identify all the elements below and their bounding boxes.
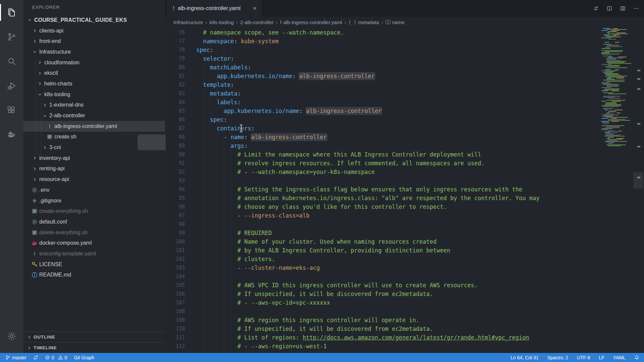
code-line-93[interactable]: 93 — [165, 176, 644, 185]
breadcrumb-item-infrastructure[interactable]: Infrastructure — [173, 19, 203, 25]
code-line-89[interactable]: 89 args: — [165, 141, 644, 150]
code-line-90[interactable]: 90 # Limit the namespace where this ALB … — [165, 150, 644, 159]
breadcrumb-item-k8s-tooling[interactable]: k8s-tooling — [209, 19, 234, 25]
code-line-79[interactable]: 79 selector: — [165, 54, 644, 63]
status-eol[interactable]: LF — [599, 355, 604, 360]
code-line-86[interactable]: 86 spec: — [165, 115, 644, 124]
sidebar-panel-timeline[interactable]: TIMELINE — [23, 342, 165, 353]
tree-file-alb-ingress-controller-yaml[interactable]: !alb-ingress-controller.yaml — [23, 121, 165, 132]
code-line-84[interactable]: 84 labels: — [165, 98, 644, 107]
minimap-line — [601, 38, 611, 38]
tree-folder-2-alb-controller[interactable]: 2-alb-controller — [23, 110, 165, 121]
status-git-graph[interactable]: Git Graph — [74, 355, 94, 360]
tree-file-create-everything-sh[interactable]: create-everything.sh — [23, 206, 165, 217]
activity-item-extensions[interactable] — [0, 98, 23, 122]
status-branch[interactable]: master — [5, 355, 26, 360]
code-line-105[interactable]: 105 # AWS VPC ID this ingress controller… — [165, 281, 644, 290]
tree-folder-front-end[interactable]: front-end — [23, 36, 165, 47]
open-changes-icon[interactable] — [593, 5, 599, 11]
code-line-91[interactable]: 91 # resolve ingress resources. If left … — [165, 159, 644, 168]
code-line-106[interactable]: 106 # If unspecified, it will be discove… — [165, 290, 644, 298]
chevron-right-icon — [26, 335, 32, 340]
tab-alb-ingress-controller[interactable]: ! alb-ingress-controller.yaml × — [167, 0, 262, 17]
code-line-98[interactable]: 98 — [165, 220, 644, 229]
status-notifications[interactable] — [634, 355, 639, 360]
tree-folder-eksctl[interactable]: eksctl — [23, 68, 165, 78]
files-icon — [7, 7, 17, 17]
code-line-97[interactable]: 97 - --ingress-class=alb — [165, 211, 644, 220]
tree-file--gitignore[interactable]: .gitignore — [23, 195, 165, 206]
code-line-95[interactable]: 95 # annotation kubernetes.io/ingress.cl… — [165, 194, 644, 202]
code-line-96[interactable]: 96 # choose any class you'd like for thi… — [165, 202, 644, 211]
code-editor[interactable]: 76 # namespace scope, see --watch-namesp… — [165, 27, 644, 353]
code-line-112[interactable]: 112 # - --aws-region=us-west-1 — [165, 342, 644, 351]
activity-item-source-control[interactable] — [0, 24, 23, 49]
breadcrumb-item-alb-ingress-controller-yaml[interactable]: !alb-ingress-controller.yaml — [280, 19, 342, 25]
code-line-103[interactable]: 103 - --cluster-name=eks-acg — [165, 263, 644, 272]
status-sync[interactable] — [33, 355, 38, 360]
tree-folder-cloudformation[interactable]: cloudformation — [23, 57, 165, 68]
editor-scrollbar[interactable] — [633, 172, 643, 188]
tree-file-eniconfig-template-yaml[interactable]: !eniconfig-template.yaml — [23, 248, 165, 259]
tree-file--env[interactable]: .env — [23, 185, 165, 195]
tree-folder-inventory-api[interactable]: inventory-api — [23, 153, 165, 164]
code-line-109[interactable]: 109 # AWS region this ingress controller… — [165, 316, 644, 324]
code-line-100[interactable]: 100 # Name of your cluster. Used when na… — [165, 237, 644, 246]
activity-item-run-debug[interactable] — [0, 73, 23, 98]
code-line-108[interactable]: 108 — [165, 307, 644, 316]
code-line-101[interactable]: 101 # by the ALB Ingress Controller, pro… — [165, 246, 644, 255]
code-line-94[interactable]: 94 # Setting the ingress-class flag belo… — [165, 185, 644, 194]
status-problems[interactable]: 00 — [45, 355, 67, 360]
breadcrumb-item-2-alb-controller[interactable]: 2-alb-controller — [240, 19, 274, 25]
activity-item-explorer[interactable] — [0, 0, 23, 24]
tree-folder-renting-api[interactable]: renting-api — [23, 164, 165, 174]
code-line-102[interactable]: 102 # clusters. — [165, 255, 644, 263]
tree-folder-course-practical-guide-eks[interactable]: COURSE_PRACTICAL_GUIDE_EKS — [23, 15, 165, 25]
line-number: 93 — [165, 176, 185, 185]
tree-folder-helm-charts[interactable]: helm-charts — [23, 78, 165, 89]
code-line-77[interactable]: 77 namespace: kube-system — [165, 37, 644, 46]
tree-file-readme-md[interactable]: README.md — [23, 270, 165, 281]
code-line-76[interactable]: 76 # namespace scope, see --watch-namesp… — [165, 28, 644, 37]
tree-folder-clients-api[interactable]: clients-api — [23, 25, 165, 36]
code-line-107[interactable]: 107 # - --aws-vpc-id=vpc-xxxxxx — [165, 298, 644, 307]
sidebar-panel-outline[interactable]: OUTLINE — [23, 331, 165, 342]
tree-folder-1-external-dns[interactable]: 1-external-dns — [23, 100, 165, 111]
tree-file-docker-compose-yaml[interactable]: docker-compose.yaml — [23, 238, 165, 248]
code-line-110[interactable]: 110 # If unspecified, it will be discove… — [165, 324, 644, 333]
status-indentation[interactable]: Spaces: 2 — [547, 355, 568, 360]
code-line-88[interactable]: 88 - name: alb-ingress-controller — [165, 133, 644, 141]
code-line-104[interactable]: 104 — [165, 272, 644, 281]
tree-folder-resource-api[interactable]: resource-api — [23, 174, 165, 185]
breadcrumb-item-name[interactable]: aname — [385, 19, 405, 25]
split-editor-icon[interactable] — [606, 5, 612, 11]
code-line-81[interactable]: 81 app.kubernetes.io/name: alb-ingress-c… — [165, 72, 644, 80]
tree-file-delete-everything-sh[interactable]: delete-everything.sh — [23, 227, 165, 238]
activity-item-settings[interactable] — [0, 324, 23, 348]
breadcrumb-item-metadata[interactable]: { }metadata — [348, 19, 379, 25]
activity-item-docker[interactable] — [0, 122, 23, 147]
git-branch-icon — [5, 355, 10, 360]
tree-folder-infrastructure[interactable]: Infrastructure — [23, 47, 165, 57]
code-line-111[interactable]: 111 # List of regions: http://docs.aws.a… — [165, 333, 644, 342]
more-actions-icon[interactable] — [633, 5, 639, 11]
status-encoding[interactable]: UTF-8 — [577, 355, 590, 360]
layout-icon[interactable] — [620, 5, 626, 11]
status-language-mode[interactable]: YAML — [613, 355, 626, 360]
status-cursor-position[interactable]: Ln 64, Col 31 — [511, 355, 538, 360]
code-line-92[interactable]: 92 # - --watch-namespace=your-k8s-namesp… — [165, 168, 644, 176]
code-line-99[interactable]: 99 # REQUIRED — [165, 229, 644, 237]
code-line-82[interactable]: 82 template: — [165, 80, 644, 89]
tree-folder-k8s-tooling[interactable]: k8s-tooling — [23, 89, 165, 100]
code-line-80[interactable]: 80 matchLabels: — [165, 63, 644, 72]
code-line-85[interactable]: 85 app.kubernetes.io/name: alb-ingress-c… — [165, 107, 644, 115]
tree-file-default-conf[interactable]: default.conf — [23, 217, 165, 227]
minimap[interactable] — [600, 28, 631, 156]
code-line-78[interactable]: 78spec: — [165, 46, 644, 54]
code-line-87[interactable]: 87 containers: — [165, 124, 644, 133]
line-number: 91 — [165, 159, 185, 168]
activity-item-search[interactable] — [0, 49, 23, 73]
close-icon[interactable]: × — [252, 5, 257, 12]
code-line-83[interactable]: 83 metadata: — [165, 89, 644, 98]
tree-file-license[interactable]: LICENSE — [23, 259, 165, 270]
